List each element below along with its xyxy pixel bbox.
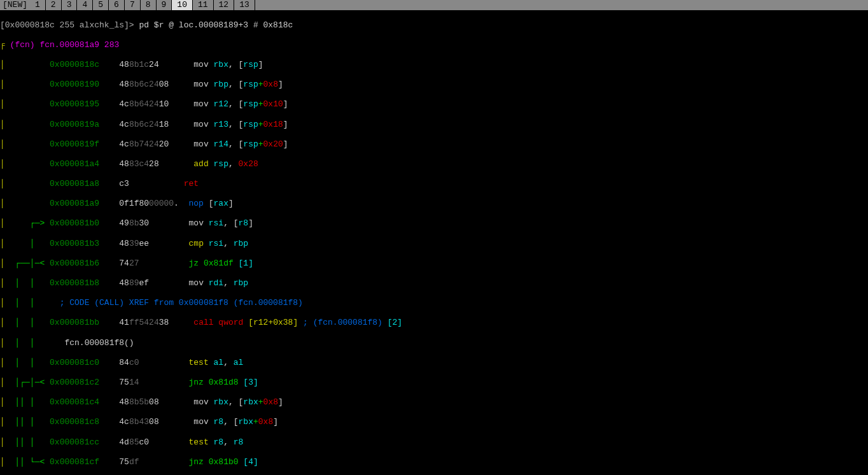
fcn-header: (fcn) fcn.000081a9 283 (10, 40, 120, 50)
tab-2[interactable]: 2 (46, 0, 62, 10)
tab-13[interactable]: 13 (234, 0, 255, 10)
tab-5[interactable]: 5 (93, 0, 109, 10)
tab-6[interactable]: 6 (109, 0, 125, 10)
tab-3[interactable]: 3 (62, 0, 78, 10)
tab-4[interactable]: 4 (77, 0, 93, 10)
tab-8[interactable]: 8 (141, 0, 157, 10)
tab-11[interactable]: 11 (193, 0, 214, 10)
tab-12[interactable]: 12 (214, 0, 235, 10)
tab-new[interactable]: [NEW] (0, 0, 30, 10)
tab-7[interactable]: 7 (125, 0, 141, 10)
prompt-line[interactable]: [0x0000818c 255 alxchk_ls]> pd $r @ loc.… (0, 20, 868, 31)
disassembly-view[interactable]: [0x0000818c 255 alxchk_ls]> pd $r @ loc.… (0, 10, 868, 475)
tab-9[interactable]: 9 (157, 0, 172, 10)
tab-10[interactable]: 10 (172, 0, 193, 10)
tab-1[interactable]: 1 (30, 0, 46, 10)
tab-bar: [NEW] 1 2 3 4 5 6 7 8 9 10 11 12 13 (0, 0, 868, 10)
